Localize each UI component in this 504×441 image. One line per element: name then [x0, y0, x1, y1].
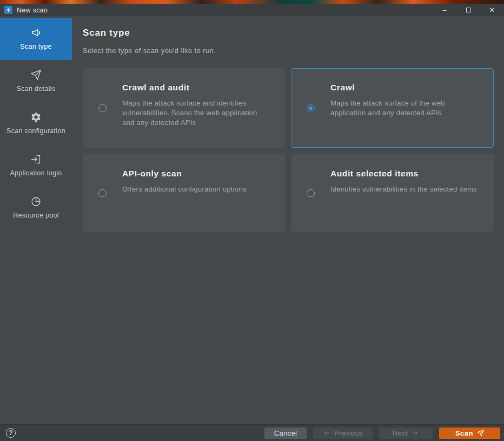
sidebar-item-application-login[interactable]: Application login [0, 144, 72, 187]
sidebar-item-scan-configuration[interactable]: Scan configuration [0, 102, 72, 144]
sidebar-item-label: Resource pool [13, 211, 59, 220]
wizard-sidebar: Scan type Scan details Scan configu [0, 16, 72, 424]
sidebar-item-label: Scan details [17, 84, 56, 94]
window-controls: – ✕ [433, 4, 504, 16]
background-app-strip [0, 0, 504, 4]
option-text: Crawl and audit Maps the attack surface … [122, 69, 278, 128]
option-card-audit-selected-items[interactable]: Audit selected items Identifies vulnerab… [291, 154, 494, 232]
close-icon[interactable]: ✕ [480, 4, 504, 16]
footer-bar: ? Cancel Previous Next S [0, 424, 504, 441]
option-text: Audit selected items Identifies vulnerab… [330, 155, 486, 194]
gear-icon [30, 111, 42, 123]
arrow-right-icon [412, 430, 419, 436]
new-scan-window: New scan – ✕ Scan type [0, 0, 504, 441]
option-title: Crawl and audit [122, 83, 278, 93]
minimize-icon[interactable]: – [433, 4, 456, 16]
sidebar-item-label: Application login [10, 169, 62, 178]
sidebar-item-scan-details[interactable]: Scan details [0, 60, 72, 102]
cancel-button[interactable]: Cancel [264, 427, 307, 439]
previous-button-label: Previous [334, 429, 363, 437]
radio-crawl-and-audit[interactable] [98, 104, 107, 112]
cancel-button-label: Cancel [274, 429, 297, 437]
arrow-left-icon [323, 430, 330, 436]
radio-crawl[interactable] [307, 104, 315, 112]
pie-chart-icon [30, 196, 42, 207]
next-button[interactable]: Next [379, 427, 433, 439]
maximize-box [466, 8, 471, 12]
send-icon [30, 69, 42, 81]
option-description: Identifies vulnerabilities in the select… [330, 185, 478, 194]
option-description: Maps the attack surface and identifies v… [122, 98, 269, 128]
scan-button-label: Scan [455, 429, 473, 437]
login-icon [30, 154, 42, 165]
sidebar-item-scan-type[interactable]: Scan type [0, 18, 72, 60]
option-card-crawl[interactable]: Crawl Maps the attack surface of the web… [291, 68, 494, 148]
next-button-label: Next [393, 429, 408, 437]
radio-audit-selected-items[interactable] [307, 189, 315, 197]
dialog-body: Scan type Scan details Scan configu [0, 16, 504, 424]
sidebar-item-label: Scan configuration [6, 127, 65, 136]
maximize-icon[interactable] [456, 4, 480, 16]
page-title: Scan type [83, 28, 494, 38]
send-icon [477, 430, 484, 437]
window-title: New scan [17, 6, 48, 14]
scan-button[interactable]: Scan [439, 427, 500, 439]
option-description: Maps the attack surface of the web appli… [330, 98, 478, 118]
previous-button[interactable]: Previous [313, 427, 373, 439]
help-icon[interactable]: ? [6, 428, 16, 438]
page-subtitle: Select the type of scan you'd like to ru… [83, 47, 494, 55]
option-title: Crawl [330, 83, 486, 93]
option-text: API-only scan Offers additional configur… [122, 155, 278, 194]
burp-lightning-icon [4, 6, 12, 14]
option-title: Audit selected items [330, 169, 486, 179]
megaphone-icon [30, 27, 42, 38]
option-card-api-only-scan[interactable]: API-only scan Offers additional configur… [83, 154, 285, 232]
option-title: API-only scan [122, 169, 278, 179]
sidebar-item-resource-pool[interactable]: Resource pool [0, 187, 72, 229]
option-description: Offers additional configuration options [122, 185, 269, 194]
main-panel: Scan type Select the type of scan you'd … [72, 16, 504, 424]
title-bar: New scan – ✕ [0, 4, 504, 16]
option-text: Crawl Maps the attack surface of the web… [330, 69, 486, 118]
radio-api-only-scan[interactable] [98, 189, 107, 197]
sidebar-item-label: Scan type [20, 42, 51, 51]
scan-type-options: Crawl and audit Maps the attack surface … [83, 68, 494, 232]
option-card-crawl-and-audit[interactable]: Crawl and audit Maps the attack surface … [83, 68, 285, 148]
